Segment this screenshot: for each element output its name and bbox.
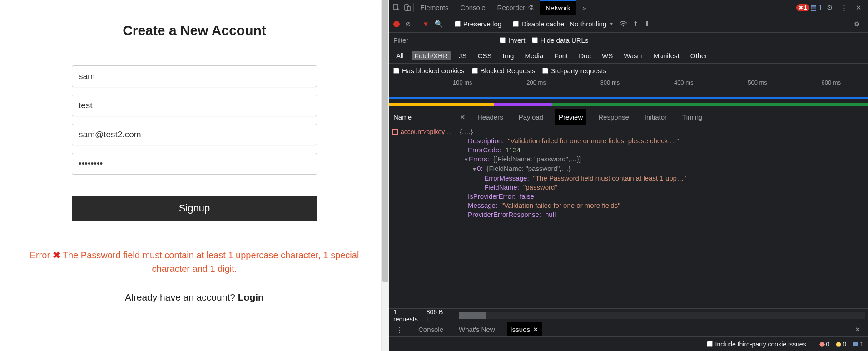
drawer-tab-console[interactable]: Console [415, 322, 447, 336]
tab-network[interactable]: Network [540, 0, 576, 15]
invert-checkbox[interactable]: Invert [500, 36, 526, 44]
detail-horizontal-scrollbar[interactable] [459, 312, 865, 319]
svg-point-3 [623, 25, 624, 26]
filter-type-other[interactable]: Other [688, 51, 710, 60]
filter-type-row: AllFetch/XHRJSCSSImgMediaFontDocWSWasmMa… [389, 48, 868, 64]
login-link[interactable]: Login [238, 292, 264, 302]
request-area: Name account?apikey… ✕ HeadersPayloadPre… [389, 109, 868, 308]
password-field[interactable] [72, 153, 317, 175]
network-toolbar: ⊘ ▼ 🔍 Preserve log Disable cache No thro… [389, 15, 868, 33]
network-filter-row: Filter Invert Hide data URLs [389, 33, 868, 48]
devtools-panel: Elements Console Recorder ⚗ Network » ✖ … [389, 0, 868, 351]
network-status-bar: 1 requests 806 B t… [389, 308, 868, 322]
detail-tab-initiator[interactable]: Initiator [641, 109, 670, 125]
download-har-icon[interactable]: ⬇ [644, 20, 650, 28]
tab-console[interactable]: Console [455, 0, 491, 15]
request-count: 1 requests [393, 308, 421, 323]
kebab-menu-icon[interactable]: ⋮ [837, 4, 851, 12]
request-status-icon [392, 129, 398, 135]
last-name-field[interactable] [72, 95, 317, 116]
request-row[interactable]: account?apikey… [389, 125, 456, 138]
first-name-field[interactable] [72, 65, 317, 87]
devtools-top-tabs: Elements Console Recorder ⚗ Network » ✖ … [389, 0, 868, 15]
login-prompt: Already have an account? [125, 292, 238, 302]
network-settings-gear-icon[interactable]: ⚙ [850, 20, 863, 28]
timeline-tick: 600 ms [822, 79, 841, 86]
timeline-tick: 100 ms [453, 79, 472, 86]
bottom-message-count: ▤1 [853, 341, 863, 348]
request-list-header: Name [389, 109, 456, 125]
timeline-tick: 200 ms [526, 79, 546, 86]
error-message: Error ✖ The Password field must contain … [17, 248, 372, 276]
tab-recorder[interactable]: Recorder ⚗ [492, 0, 540, 15]
filter-input[interactable]: Filter [393, 36, 493, 44]
page-title: Create a New Account [123, 23, 266, 38]
detail-tab-timing[interactable]: Timing [679, 109, 706, 125]
signup-page: Create a New Account Signup Error ✖ The … [0, 0, 389, 351]
flask-icon: ⚗ [528, 4, 534, 12]
issues-close-icon[interactable]: ✕ [533, 326, 539, 334]
filter-type-all[interactable]: All [393, 51, 407, 60]
filter-type-font[interactable]: Font [551, 51, 570, 60]
detail-close-icon[interactable]: ✕ [460, 113, 466, 121]
drawer-close-icon[interactable]: ✕ [851, 326, 864, 334]
drawer-tab-whatsnew[interactable]: What's New [455, 322, 499, 336]
third-party-checkbox[interactable]: 3rd-party requests [542, 67, 606, 75]
filter-type-wasm[interactable]: Wasm [621, 51, 645, 60]
request-list: Name account?apikey… [389, 109, 456, 308]
bottom-error-count: ⬣0 [819, 341, 830, 348]
filter-type-media[interactable]: Media [522, 51, 546, 60]
disable-cache-checkbox[interactable]: Disable cache [513, 20, 564, 28]
filter-type-img[interactable]: Img [500, 51, 516, 60]
timeline-tick: 400 ms [674, 79, 694, 86]
wifi-icon[interactable] [619, 21, 627, 27]
filter-type-manifest[interactable]: Manifest [651, 51, 682, 60]
transferred-size: 806 B t… [427, 308, 451, 323]
filter-type-js[interactable]: JS [456, 51, 470, 60]
issues-bottom-bar: Include third-party cookie issues ⬣0 ⬣0 … [389, 336, 868, 351]
settings-gear-icon[interactable]: ⚙ [823, 4, 836, 12]
tab-elements[interactable]: Elements [415, 0, 454, 15]
page-scrollbar[interactable] [381, 0, 389, 351]
signup-button[interactable]: Signup [72, 196, 317, 221]
tab-more[interactable]: » [577, 0, 591, 15]
include-cookies-checkbox[interactable]: Include third-party cookie issues [707, 341, 806, 348]
record-icon[interactable] [393, 21, 400, 27]
detail-tab-response[interactable]: Response [595, 109, 633, 125]
message-badge[interactable]: ▤ 1 [810, 4, 822, 12]
clear-icon[interactable]: ⊘ [405, 20, 411, 28]
error-x-icon: ✖ [53, 250, 60, 260]
drawer-tabs: ⋮ Console What's New Issues ✕ ✕ [389, 322, 868, 336]
timeline-tick: 300 ms [600, 79, 620, 86]
drawer-menu-icon[interactable]: ⋮ [392, 326, 407, 334]
email-field[interactable] [72, 124, 317, 145]
filter-type-ws[interactable]: WS [599, 51, 615, 60]
device-icon[interactable] [402, 3, 412, 13]
filter-extra-row: Has blocked cookies Blocked Requests 3rd… [389, 64, 868, 78]
network-timeline[interactable]: 100 ms200 ms300 ms400 ms500 ms600 ms [389, 78, 868, 109]
drawer-tab-issues[interactable]: Issues ✕ [507, 322, 542, 336]
preserve-log-checkbox[interactable]: Preserve log [455, 20, 501, 28]
blocked-requests-checkbox[interactable]: Blocked Requests [472, 67, 536, 75]
detail-tab-preview[interactable]: Preview [555, 109, 586, 125]
request-detail: ✕ HeadersPayloadPreviewResponseInitiator… [456, 109, 868, 308]
filter-type-css[interactable]: CSS [475, 51, 495, 60]
login-line: Already have an account? Login [125, 292, 264, 303]
detail-tabs: ✕ HeadersPayloadPreviewResponseInitiator… [456, 109, 868, 125]
search-icon[interactable]: 🔍 [435, 20, 443, 28]
inspect-icon[interactable] [392, 3, 402, 13]
upload-har-icon[interactable]: ⬆ [633, 20, 639, 28]
blocked-cookies-checkbox[interactable]: Has blocked cookies [393, 67, 465, 75]
throttling-select[interactable]: No throttling ▼ [570, 20, 614, 28]
devtools-close-icon[interactable]: ✕ [852, 4, 865, 12]
filter-type-fetchxhr[interactable]: Fetch/XHR [412, 51, 451, 60]
preview-json[interactable]: {,…} Description: "Validation failed for… [456, 125, 868, 308]
detail-tab-payload[interactable]: Payload [515, 109, 547, 125]
filter-type-doc[interactable]: Doc [576, 51, 594, 60]
error-badge[interactable]: ✖ 1 [796, 4, 809, 11]
signup-form: Signup [72, 65, 317, 221]
request-name: account?apikey… [401, 128, 451, 135]
filter-funnel-icon[interactable]: ▼ [422, 20, 429, 28]
hide-data-urls-checkbox[interactable]: Hide data URLs [532, 36, 589, 44]
detail-tab-headers[interactable]: Headers [474, 109, 507, 125]
